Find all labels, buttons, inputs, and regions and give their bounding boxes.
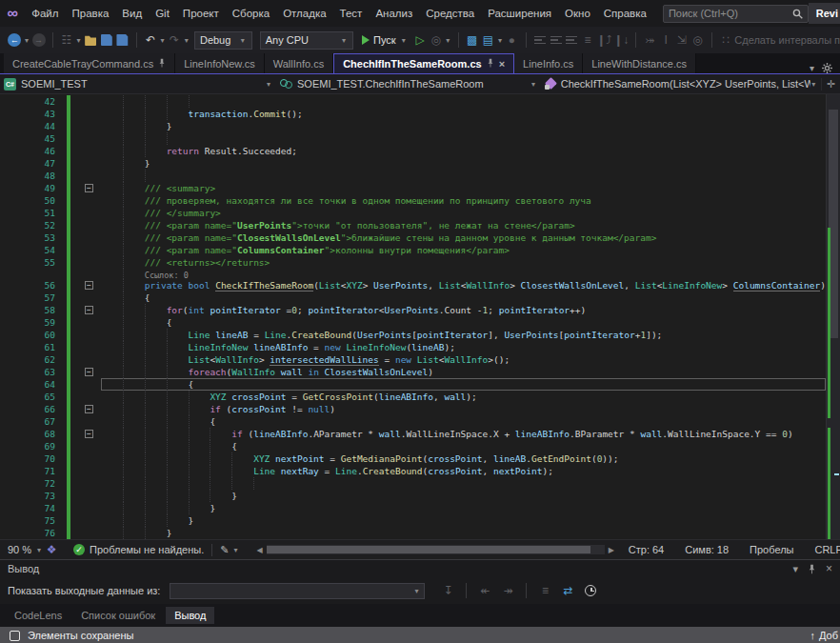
code-text[interactable]: Line lineAB = Line.CreateBound(UserPoint… [101, 329, 826, 341]
fold-margin[interactable] [70, 291, 101, 304]
fold-margin[interactable]: − [70, 182, 101, 194]
gutter[interactable]: 71 [0, 465, 101, 477]
fold-margin[interactable] [70, 490, 101, 502]
menu-item-11[interactable]: Окно [558, 0, 597, 27]
project-dropdown[interactable]: C# SOEMI_TEST ▾ [0, 74, 276, 93]
gutter[interactable]: 68− [0, 428, 101, 440]
code-text[interactable]: /// <param name="ClosestWallsOnLevel">бл… [101, 231, 826, 244]
eol-indicator[interactable]: CRLF [804, 544, 840, 555]
menu-item-6[interactable]: Отладка [276, 0, 332, 27]
fold-margin[interactable] [70, 440, 101, 452]
codelens-indicator-icon[interactable]: ❖ [43, 540, 60, 559]
bookmark-icon[interactable]: ❙⤴ [596, 30, 611, 50]
code-line-66[interactable]: 66− if (crossPoint != null) [0, 403, 826, 415]
gutter[interactable]: 47 [0, 157, 101, 170]
gutter[interactable]: 54 [0, 244, 101, 256]
panel-tab-0[interactable]: CodeLens [6, 607, 70, 624]
code-text[interactable]: foreach(WallInfo wall in ClosestWallsOnL… [101, 366, 826, 378]
gutter[interactable]: 73 [0, 490, 101, 502]
fold-margin[interactable] [70, 231, 101, 244]
spaces-indicator[interactable]: Пробелы [739, 544, 804, 555]
gutter[interactable]: 52 [0, 219, 101, 231]
line-indicator[interactable]: Стр: 64 [618, 544, 674, 555]
menu-item-2[interactable]: Вид [115, 0, 149, 27]
health-check-icon[interactable]: ✓ [73, 544, 85, 555]
fold-toggle-icon[interactable]: − [85, 306, 93, 314]
gutter[interactable] [0, 269, 101, 279]
gutter[interactable]: 44 [0, 120, 101, 132]
code-line-50[interactable]: 50 /// проверяем, находятся ли все точки… [0, 194, 826, 207]
code-text[interactable]: /// <param name="UserPoints">точки "от п… [101, 219, 826, 231]
gutter[interactable]: 57 [0, 291, 101, 304]
horizontal-scrollbar[interactable]: ◀ ▶ [252, 545, 617, 554]
fold-margin[interactable] [70, 391, 101, 403]
gutter[interactable]: 53 [0, 231, 101, 244]
fold-margin[interactable] [70, 157, 101, 170]
menu-item-5[interactable]: Сборка [226, 0, 276, 27]
fold-margin[interactable] [70, 378, 101, 391]
fold-margin[interactable] [70, 477, 101, 490]
menu-item-10[interactable]: Расширения [481, 0, 558, 27]
goto-next-message-icon[interactable]: ↠ [498, 582, 517, 599]
uncomment-lines-icon[interactable]: ≡ [581, 30, 595, 50]
document-tab-3[interactable]: ChechIfInTheSameRoom.cs× [333, 53, 514, 73]
search-icon[interactable] [792, 9, 803, 19]
code-area[interactable]: 42 43 transaction.Commit();44 }45 46 ret… [0, 95, 826, 539]
code-line-54[interactable]: 54 /// <param name="ColumnsContainer">ко… [0, 244, 826, 256]
gutter[interactable]: 70 [0, 452, 101, 465]
toggle-word-wrap-icon[interactable]: ⇄ [558, 582, 577, 599]
code-text[interactable]: { [101, 291, 826, 304]
document-tab-0[interactable]: CreateCableTrayCommand.cs [4, 53, 175, 73]
code-line-48[interactable]: 48 [0, 170, 826, 182]
fold-margin[interactable] [70, 219, 101, 231]
gutter[interactable]: 46 [0, 145, 101, 157]
save-icon[interactable] [99, 30, 113, 50]
code-line-65[interactable]: 65 XYZ crossPoint = GetCrossPoint(lineAB… [0, 391, 826, 403]
code-line-68[interactable]: 68− if (lineABInfo.AParametr * wall.Wall… [0, 428, 826, 440]
gutter[interactable]: 42 [0, 95, 101, 108]
gutter[interactable]: 63− [0, 366, 101, 378]
code-text[interactable]: } [101, 502, 826, 514]
open-folder-icon[interactable] [84, 30, 98, 50]
word-wrap-icon[interactable]: ⤖ [643, 30, 657, 50]
output-panel-header[interactable]: Вывод ▾ × [0, 560, 840, 577]
code-line-51[interactable]: 51 /// </summary> [0, 207, 826, 219]
code-text[interactable]: /// проверяем, находятся ли все точки в … [101, 194, 826, 207]
code-text[interactable]: { [101, 316, 826, 329]
fold-toggle-icon[interactable]: − [85, 184, 93, 192]
code-text[interactable]: transaction.Commit(); [101, 108, 826, 120]
code-text[interactable]: if (crossPoint != null) [101, 403, 826, 415]
account-button[interactable]: Revi [809, 3, 840, 24]
code-line-59[interactable]: 59 { [0, 316, 826, 329]
solution-configuration-select[interactable]: Debug▾ [194, 31, 252, 50]
full-screen-icon[interactable]: ⇲ [675, 30, 690, 50]
horizontal-scrollbar-track[interactable] [267, 545, 605, 554]
code-text[interactable]: LineInfoNew lineABInfo = new LineInfoNew… [101, 341, 826, 353]
code-text[interactable]: return Result.Succeeded; [101, 145, 826, 157]
navigate-forward-icon[interactable]: → [31, 30, 46, 50]
hot-reload-icon[interactable]: ◎ [429, 30, 443, 50]
code-line-43[interactable]: 43 transaction.Commit(); [0, 108, 826, 120]
code-text[interactable]: /// </summary> [101, 207, 826, 219]
code-text[interactable]: /// <returns></returns> [101, 256, 826, 269]
code-text[interactable] [101, 477, 826, 490]
code-text[interactable]: if (lineABInfo.AParametr * wall.WallLine… [101, 428, 826, 440]
code-line-56[interactable]: 56− private bool CheckIfTheSameRoom(List… [0, 279, 826, 291]
code-line-62[interactable]: 62 List<WallInfo> intersectedWallLines =… [0, 353, 826, 366]
code-line-46[interactable]: 46 return Result.Succeeded; [0, 145, 826, 157]
gutter[interactable]: 76 [0, 527, 101, 539]
fold-margin[interactable] [70, 465, 101, 477]
source-control-status[interactable]: ↑ Доб [810, 630, 839, 641]
gutter[interactable]: 50 [0, 194, 101, 207]
zoom-dropdown-icon[interactable]: ▾ [35, 546, 43, 554]
zoom-icon[interactable]: ◎ [690, 30, 705, 50]
docs-dropdown-icon[interactable]: ▾ [497, 36, 504, 45]
document-tab-2[interactable]: WallInfo.cs [265, 53, 333, 73]
gutter[interactable]: 62 [0, 353, 101, 366]
code-line-76[interactable]: 76 } [0, 527, 826, 539]
code-line-45[interactable]: 45 [0, 132, 826, 145]
problems-status[interactable]: Проблемы не найдены. [90, 544, 204, 555]
code-line-64[interactable]: 64 { [0, 378, 826, 391]
panel-dropdown-icon[interactable]: ▾ [792, 563, 798, 575]
code-text[interactable]: } [101, 490, 826, 502]
